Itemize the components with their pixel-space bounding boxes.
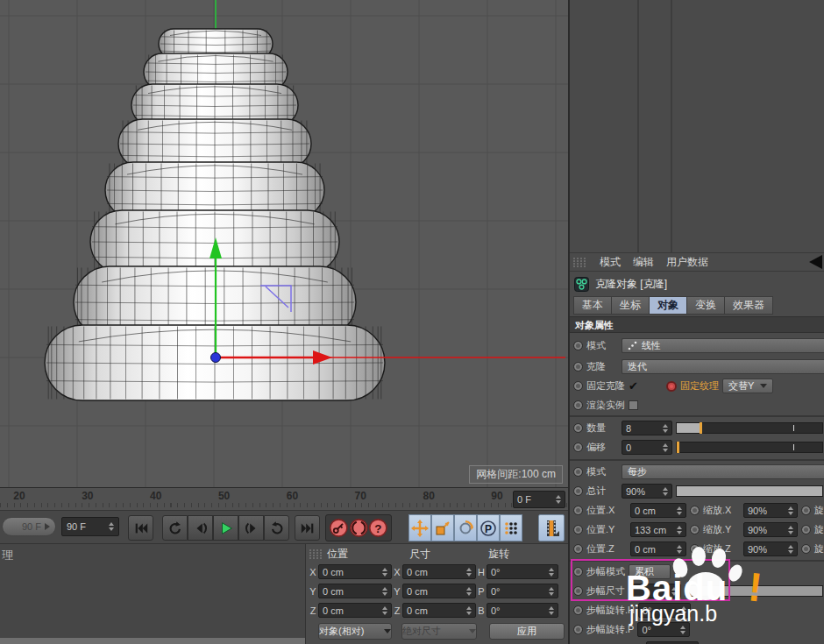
menu-edit[interactable]: 编辑: [633, 255, 654, 270]
apply-button[interactable]: 应用: [489, 623, 565, 640]
anim-dot-icon[interactable]: [573, 442, 583, 452]
anim-dot-icon[interactable]: [573, 467, 583, 477]
material-manager-panel[interactable]: 理: [0, 543, 305, 644]
play-button[interactable]: [213, 515, 238, 541]
frame-spinner-arrows[interactable]: [556, 495, 561, 504]
anim-dot-icon[interactable]: [801, 544, 811, 554]
clone-scale-y-input[interactable]: 90%: [743, 522, 798, 537]
coords-mode-dropdown[interactable]: 对象(相对): [318, 623, 392, 640]
previous-frame-button[interactable]: [188, 515, 213, 541]
anim-dot-icon[interactable]: [573, 400, 583, 410]
clone-scale-z-input[interactable]: 90%: [743, 541, 798, 556]
rot-h-input[interactable]: 0°: [487, 564, 558, 579]
anim-dot-icon[interactable]: [573, 381, 583, 391]
render-instance-checkbox[interactable]: [629, 400, 638, 410]
anim-dot-icon[interactable]: [573, 486, 583, 496]
mode-dropdown[interactable]: 线性: [622, 338, 824, 353]
ruler-tick-70: 70: [351, 490, 370, 502]
rot-x-label-clipped: 旋: [814, 504, 824, 517]
menu-mode[interactable]: 模式: [600, 255, 621, 270]
coords-size-mode-dropdown[interactable]: 绝对尺寸: [401, 623, 477, 640]
step-rot-p-label: 步幅旋转.P: [586, 623, 634, 636]
panel-grip-icon[interactable]: [309, 548, 323, 563]
anim-dot-icon[interactable]: [573, 625, 583, 634]
step-mode-dropdown[interactable]: 每步: [622, 464, 824, 479]
frame-number-field[interactable]: 0 F: [513, 491, 565, 508]
anim-dot-icon[interactable]: [690, 525, 700, 534]
size-x-input[interactable]: 0 cm: [402, 564, 476, 579]
fix-clone-checkbox[interactable]: ✔: [629, 380, 638, 392]
anim-dot-icon[interactable]: [573, 423, 583, 433]
keyframe-help-button[interactable]: ?: [368, 518, 388, 538]
row-count: 数量 8: [573, 419, 824, 437]
anim-dot-icon[interactable]: [573, 544, 583, 554]
anim-dot-icon[interactable]: [573, 506, 583, 515]
tab-基本[interactable]: 基本: [573, 296, 612, 315]
tab-变换[interactable]: 变换: [686, 296, 725, 315]
row-total: 总计 90%: [573, 482, 824, 500]
viewport-3d[interactable]: 网格间距:100 cm: [0, 0, 568, 487]
size-y-input[interactable]: 0 cm: [402, 584, 476, 598]
current-frame-field[interactable]: 90 F: [61, 517, 119, 536]
anim-dot-icon[interactable]: [573, 586, 583, 596]
record-keyframe-button[interactable]: [329, 518, 349, 538]
anim-dot-icon[interactable]: [801, 506, 811, 515]
anim-dot-icon[interactable]: [573, 362, 583, 372]
clone-scale-x-input[interactable]: 90%: [743, 503, 798, 518]
key-scale-toggle[interactable]: [431, 514, 454, 541]
offset-slider[interactable]: [676, 442, 823, 453]
autokey-button[interactable]: [349, 518, 369, 538]
pos-y-label: 位置.Y: [586, 523, 627, 536]
anim-dot-icon[interactable]: [690, 506, 700, 515]
count-slider[interactable]: [676, 422, 823, 434]
pos-y-input[interactable]: 0 cm: [318, 584, 392, 598]
anim-dot-icon[interactable]: [573, 567, 583, 577]
play-backwards-button[interactable]: [162, 515, 188, 541]
key-pla-toggle[interactable]: [500, 514, 522, 541]
rot-b-input[interactable]: 0°: [487, 603, 558, 618]
total-input[interactable]: 90%: [622, 484, 672, 499]
tab-坐标[interactable]: 坐标: [611, 296, 650, 315]
clone-pos-y-input[interactable]: 133 cm: [630, 522, 686, 537]
play-forward-loop-button[interactable]: [264, 515, 289, 541]
total-slider[interactable]: [676, 485, 823, 497]
offset-label: 偏移: [586, 441, 618, 454]
key-position-toggle[interactable]: [408, 514, 431, 541]
clone-pos-x-input[interactable]: 0 cm: [630, 503, 686, 518]
anim-dot-icon[interactable]: [573, 341, 583, 350]
count-input[interactable]: 8: [622, 421, 672, 435]
anim-dot-icon[interactable]: [573, 605, 583, 615]
clone-dropdown[interactable]: 迭代: [622, 359, 824, 374]
current-frame-spinner[interactable]: [109, 522, 114, 531]
alternate-y-dropdown[interactable]: 交替Y: [722, 379, 773, 393]
goto-end-button[interactable]: [295, 515, 320, 541]
offset-input[interactable]: 0: [622, 440, 672, 455]
count-label: 数量: [586, 421, 618, 435]
size-z-input[interactable]: 0 cm: [402, 603, 476, 618]
menu-userdata[interactable]: 用户数据: [666, 255, 708, 270]
pos-z-input[interactable]: 0 cm: [318, 603, 392, 618]
preview-range-end-handle[interactable]: 90 F: [2, 517, 56, 536]
next-frame-button[interactable]: [238, 515, 264, 541]
key-rotation-toggle[interactable]: [454, 514, 477, 541]
pos-x-input[interactable]: 0 cm: [318, 564, 392, 579]
anim-dot-icon[interactable]: [573, 525, 583, 534]
anim-dot-icon[interactable]: [801, 525, 811, 534]
fix-texture-radio[interactable]: [666, 381, 677, 392]
z-axis-origin-dot[interactable]: [211, 353, 221, 363]
row-transform-y: 位置.Y 133 cm 缩放.Y 90% 旋: [573, 520, 824, 539]
rot-p-input[interactable]: 0°: [487, 584, 558, 598]
tab-对象[interactable]: 对象: [649, 296, 687, 315]
goto-start-icon: [133, 520, 149, 536]
menu-grip-icon[interactable]: [573, 257, 587, 267]
key-parameter-toggle[interactable]: P: [477, 514, 500, 541]
total-label: 总计: [586, 485, 618, 498]
row-step-mode: 模式 每步: [573, 463, 824, 481]
goto-start-button[interactable]: [128, 515, 153, 541]
panel-back-arrow[interactable]: [809, 255, 822, 269]
motion-system-button[interactable]: [538, 514, 565, 541]
timeline-ruler[interactable]: 2030405060708090 0 F: [0, 487, 568, 510]
scale-x-label: 缩放.X: [703, 504, 740, 517]
tab-效果器[interactable]: 效果器: [724, 296, 773, 315]
attribute-menu-bar: 模式 编辑 用户数据: [570, 252, 824, 272]
